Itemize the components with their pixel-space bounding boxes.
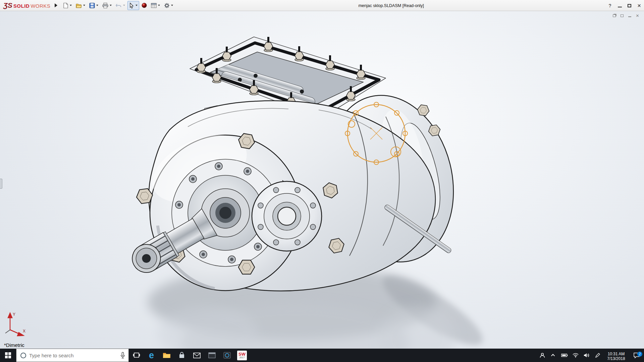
action-center-button[interactable]: 2	[629, 352, 644, 358]
quick-access-toolbar	[61, 1, 175, 10]
clock-date: 7/13/2018	[603, 356, 629, 361]
minimize-icon	[618, 7, 622, 7]
people-button[interactable]	[537, 349, 548, 362]
hidden-icons-button[interactable]	[548, 349, 559, 362]
minimize-button[interactable]	[615, 0, 625, 11]
start-button[interactable]	[0, 349, 16, 362]
clock-time: 10:31 AM	[603, 352, 629, 356]
system-tray: 10:31 AM 7/13/2018 2	[537, 349, 644, 362]
gearbox-assembly-model[interactable]	[0, 11, 644, 349]
solidworks-logo: ƷS SOLID WORKS	[0, 1, 50, 9]
help-button[interactable]: ?	[605, 0, 615, 11]
file-explorer-button[interactable]	[159, 349, 174, 362]
mail-envelope-icon	[193, 353, 201, 358]
flyout-arrow-icon	[55, 3, 57, 7]
open-button[interactable]	[74, 1, 87, 10]
wifi-icon	[573, 353, 579, 358]
save-icon	[89, 3, 95, 8]
console-window-button[interactable]	[204, 349, 219, 362]
volume-button[interactable]	[581, 349, 592, 362]
cortana-icon	[20, 353, 26, 358]
select-cursor-icon	[129, 3, 134, 8]
brand-name-bold: SOLID	[13, 3, 30, 9]
view-orientation-label: *Dimetric	[4, 342, 24, 348]
search-input[interactable]	[29, 353, 117, 358]
undo-button[interactable]	[114, 1, 127, 10]
new-caret-icon	[70, 5, 72, 6]
file-explorer-icon	[163, 352, 171, 359]
print-icon	[102, 3, 108, 8]
design-table-button[interactable]	[149, 1, 162, 10]
battery-icon	[561, 353, 568, 357]
store-button[interactable]	[174, 349, 189, 362]
solidworks-window: ƷS SOLID WORKS	[0, 0, 644, 362]
new-document-button[interactable]	[61, 1, 73, 10]
title-bar: ƷS SOLID WORKS	[0, 0, 644, 11]
taskbar-clock[interactable]: 10:31 AM 7/13/2018	[603, 350, 629, 361]
speaker-icon	[584, 353, 590, 358]
edge-icon: e	[149, 351, 154, 360]
open-caret-icon	[83, 5, 85, 6]
design-table-caret-icon	[158, 5, 160, 6]
console-window-icon	[208, 352, 216, 358]
appearance-button[interactable]	[140, 1, 149, 10]
print-button[interactable]	[101, 1, 113, 10]
graphics-viewport[interactable]: ✕	[0, 11, 644, 349]
save-button[interactable]	[88, 1, 100, 10]
front-boss-right[interactable]	[252, 180, 322, 251]
battery-button[interactable]	[559, 349, 570, 362]
design-table-icon	[151, 3, 157, 8]
options-button[interactable]	[162, 1, 175, 10]
close-button[interactable]: ✕	[634, 0, 644, 11]
options-caret-icon	[171, 5, 173, 6]
store-bag-icon	[178, 352, 185, 359]
media-app-button[interactable]	[219, 349, 234, 362]
windows-logo-icon	[5, 352, 11, 358]
microphone-icon[interactable]	[120, 352, 125, 359]
edge-button[interactable]: e	[144, 349, 159, 362]
print-caret-icon	[110, 5, 112, 6]
menu-flyout-button[interactable]	[53, 1, 59, 9]
window-controls: ? ✕	[605, 0, 644, 11]
chevron-up-icon	[551, 354, 554, 358]
people-icon	[539, 352, 545, 358]
appearance-sphere-icon	[142, 3, 147, 8]
pen-icon	[595, 353, 600, 358]
triad-x-label: X	[23, 329, 25, 334]
select-tool-button[interactable]	[127, 1, 139, 10]
media-app-icon	[223, 352, 231, 359]
reference-triad[interactable]: Y X	[3, 309, 30, 339]
task-view-button[interactable]	[129, 349, 144, 362]
network-button[interactable]	[570, 349, 581, 362]
undo-caret-icon	[123, 5, 125, 6]
select-caret-icon	[136, 5, 138, 6]
solidworks-icon: SW 2017	[237, 351, 247, 360]
undo-icon	[116, 3, 122, 8]
options-gear-icon	[164, 3, 170, 8]
open-icon	[76, 3, 82, 8]
save-caret-icon	[96, 5, 98, 6]
taskbar-search[interactable]	[16, 349, 129, 362]
maximize-icon	[628, 4, 631, 7]
task-view-icon	[133, 352, 140, 359]
maximize-button[interactable]	[625, 0, 634, 11]
mail-button[interactable]	[189, 349, 204, 362]
new-document-icon	[63, 3, 68, 8]
document-title: menjac sklop.SLDASM [Read-only]	[358, 0, 424, 11]
brand-name-light: WORKS	[31, 3, 50, 9]
pen-button[interactable]	[592, 349, 603, 362]
ds-logo-icon: ƷS	[3, 1, 12, 9]
solidworks-taskbar-button[interactable]: SW 2017	[234, 349, 250, 362]
windows-taskbar: e	[0, 349, 644, 362]
triad-y-label: Y	[13, 312, 15, 317]
notification-badge: 2	[637, 352, 642, 357]
